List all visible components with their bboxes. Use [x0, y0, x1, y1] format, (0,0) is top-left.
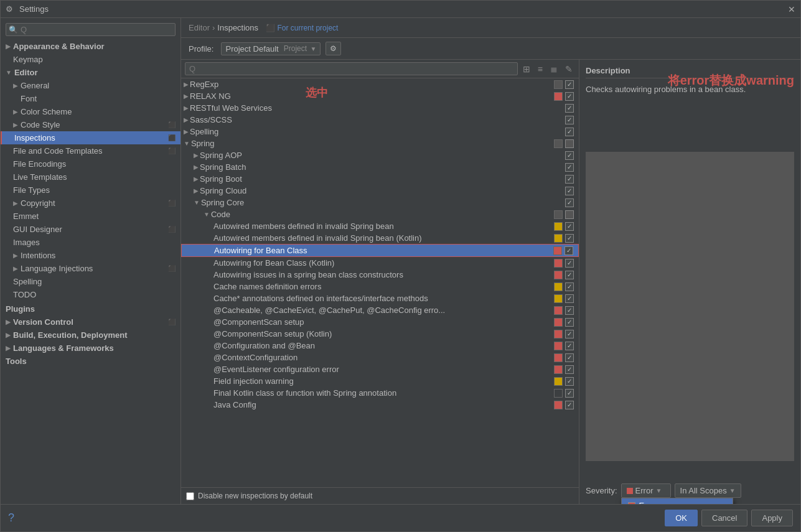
item-checkbox[interactable] — [565, 222, 574, 231]
sidebar-item-version-control[interactable]: ▶ Version Control ⬛ — [1, 315, 180, 329]
list-item[interactable]: ▶ Sass/SCSS — [181, 114, 579, 126]
item-checkbox[interactable] — [565, 389, 574, 398]
list-item-selected[interactable]: Autowiring for Bean Class — [181, 244, 579, 257]
item-checkbox[interactable] — [565, 151, 574, 160]
sidebar-item-copyright[interactable]: ▶ Copyright ⬛ — [1, 197, 180, 210]
list-item[interactable]: ▼ Code — [181, 208, 579, 220]
collapse-all-button[interactable]: ≣ — [548, 63, 560, 75]
item-checkbox[interactable] — [564, 246, 573, 255]
inspection-search-input[interactable] — [185, 62, 518, 75]
sidebar-item-languages[interactable]: ▶ Languages & Frameworks — [1, 342, 180, 355]
list-item[interactable]: ▶ RELAX NG 选中 — [181, 90, 579, 102]
list-item[interactable]: @ComponentScan setup — [181, 316, 579, 328]
severity-button[interactable]: Error ▼ — [621, 483, 671, 498]
apply-button[interactable]: Apply — [751, 510, 793, 526]
list-item[interactable]: ▶ RESTful Web Services — [181, 102, 579, 114]
item-checkbox[interactable] — [565, 198, 574, 207]
cancel-button[interactable]: Cancel — [701, 510, 747, 526]
project-link[interactable]: ⬛ For current project — [266, 24, 338, 32]
profile-select[interactable]: Project Default Project ▼ — [221, 42, 321, 55]
item-checkbox[interactable] — [565, 92, 574, 101]
item-checkbox[interactable] — [565, 401, 574, 409]
list-item[interactable]: ▶ Spelling — [181, 126, 579, 138]
sidebar-item-plugins[interactable]: Plugins — [1, 302, 180, 315]
item-checkbox[interactable] — [565, 104, 574, 113]
list-item[interactable]: ▶ Spring AOP — [181, 149, 579, 161]
list-item[interactable]: Java Config — [181, 399, 579, 411]
sidebar-item-intentions[interactable]: ▶ Intentions — [1, 249, 180, 262]
sidebar-item-todo[interactable]: TODO — [1, 288, 180, 301]
item-checkbox[interactable] — [565, 377, 574, 386]
sidebar-item-gui-designer[interactable]: GUI Designer ⬛ — [1, 223, 180, 236]
item-checkbox[interactable] — [565, 282, 574, 291]
item-checkbox[interactable] — [565, 318, 574, 327]
list-item[interactable]: @Cacheable, @CacheEvict, @CachePut, @Cac… — [181, 304, 579, 316]
disable-checkbox[interactable] — [186, 492, 194, 500]
item-checkbox[interactable] — [565, 163, 574, 172]
sidebar-item-file-code-templates[interactable]: File and Code Templates ⬛ — [1, 144, 180, 157]
item-checkbox[interactable] — [565, 259, 574, 268]
item-checkbox[interactable] — [565, 187, 574, 195]
sidebar-item-live-templates[interactable]: Live Templates — [1, 170, 180, 184]
sidebar-search-input[interactable] — [21, 25, 172, 34]
item-checkbox[interactable] — [565, 139, 574, 148]
item-checkbox[interactable] — [565, 80, 574, 89]
list-item[interactable]: Cache names definition errors — [181, 281, 579, 292]
list-item[interactable]: Autowired members defined in invalid Spr… — [181, 232, 579, 244]
list-item[interactable]: ▶ Spring Boot — [181, 173, 579, 185]
sidebar-item-color-scheme[interactable]: ▶ Color Scheme — [1, 105, 180, 118]
list-item[interactable]: @ComponentScan setup (Kotlin) — [181, 328, 579, 340]
list-item[interactable]: @Configuration and @Bean — [181, 340, 579, 352]
item-checkbox[interactable] — [565, 306, 574, 315]
list-item[interactable]: Final Kotlin class or function with Spri… — [181, 387, 579, 399]
ok-button[interactable]: OK — [665, 510, 698, 526]
close-button[interactable]: ✕ — [788, 4, 795, 14]
item-checkbox[interactable] — [565, 353, 574, 362]
sidebar-item-tools[interactable]: Tools — [1, 355, 180, 368]
item-checkbox[interactable] — [565, 210, 574, 219]
list-item[interactable]: @EventListener configuration error — [181, 363, 579, 375]
expand-all-button[interactable]: ≡ — [535, 63, 545, 75]
severity-color-box — [554, 187, 563, 195]
sidebar-item-file-types[interactable]: File Types — [1, 184, 180, 197]
list-item[interactable]: Field injection warning — [181, 375, 579, 387]
filter-button[interactable]: ⊞ — [520, 63, 533, 75]
sidebar-item-general[interactable]: ▶ General — [1, 79, 180, 92]
sidebar-item-file-encodings[interactable]: File Encodings — [1, 157, 180, 170]
sidebar-item-build[interactable]: ▶ Build, Execution, Deployment — [1, 329, 180, 342]
list-item[interactable]: Autowiring issues in a spring bean class… — [181, 269, 579, 281]
list-item[interactable]: @ContextConfiguration — [181, 352, 579, 363]
list-item[interactable]: Autowiring for Bean Class (Kotlin) — [181, 257, 579, 269]
item-checkbox[interactable] — [565, 294, 574, 303]
severity-option-error[interactable]: Error — [622, 498, 733, 504]
list-item[interactable]: Cache* annotations defined on interfaces… — [181, 292, 579, 304]
sidebar-item-code-style[interactable]: ▶ Code Style ⬛ — [1, 118, 180, 131]
item-checkbox[interactable] — [565, 116, 574, 124]
edit-button[interactable]: ✎ — [563, 63, 575, 75]
scope-button[interactable]: In All Scopes ▼ — [675, 483, 741, 498]
item-checkbox[interactable] — [565, 330, 574, 338]
sidebar-item-font[interactable]: Font — [1, 92, 180, 105]
sidebar-item-language-injections[interactable]: ▶ Language Injections ⬛ — [1, 262, 180, 275]
list-item[interactable]: ▶ Spring Batch — [181, 161, 579, 173]
item-checkbox[interactable] — [565, 128, 574, 136]
item-checkbox[interactable] — [565, 365, 574, 374]
list-item[interactable]: ▶ RegExp — [181, 78, 579, 90]
sidebar-item-editor[interactable]: ▼ Editor — [1, 66, 180, 79]
list-item[interactable]: ▼ Spring — [181, 138, 579, 149]
help-icon[interactable]: ? — [8, 511, 14, 525]
gear-button[interactable]: ⚙ — [326, 42, 341, 55]
sidebar-item-keymap[interactable]: Keymap — [1, 53, 180, 66]
list-item[interactable]: Autowired members defined in invalid Spr… — [181, 220, 579, 232]
sidebar-item-emmet[interactable]: Emmet — [1, 210, 180, 223]
list-item[interactable]: ▶ Spring Cloud — [181, 185, 579, 197]
item-checkbox[interactable] — [565, 342, 574, 350]
sidebar-item-spelling[interactable]: Spelling — [1, 275, 180, 288]
sidebar-item-images[interactable]: Images — [1, 236, 180, 249]
item-checkbox[interactable] — [565, 234, 574, 243]
sidebar-item-appearance[interactable]: ▶ Appearance & Behavior — [1, 40, 180, 53]
sidebar-item-inspections[interactable]: Inspections ⬛ — [1, 131, 180, 144]
item-checkbox[interactable] — [565, 175, 574, 184]
item-checkbox[interactable] — [565, 271, 574, 279]
list-item[interactable]: ▼ Spring Core — [181, 197, 579, 208]
